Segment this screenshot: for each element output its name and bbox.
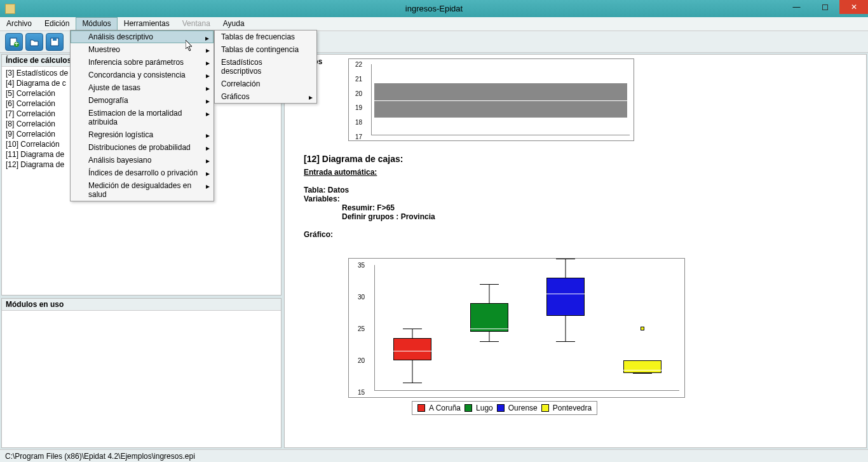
box-group	[461, 265, 518, 392]
chevron-right-icon: ▸	[206, 156, 210, 165]
ytick: 35	[358, 262, 365, 269]
ytick: 19	[355, 104, 631, 111]
menu-herramientas[interactable]: Herramientas	[118, 17, 176, 31]
top-bar-chart: 171819202122	[348, 58, 634, 141]
legend-swatch	[497, 404, 505, 412]
document-body: [12] Diagrama de cajas: Entrada automáti…	[304, 150, 847, 239]
analisis-submenu: Tablas de frecuenciasTablas de contingen…	[214, 30, 317, 104]
ytick: 20	[355, 90, 631, 97]
menu-edición[interactable]: Edición	[38, 17, 76, 31]
document-panel[interactable]: dos 171819202122 [12] Diagrama de cajas:…	[284, 54, 867, 448]
new-icon: +	[9, 37, 19, 47]
ytick: 15	[358, 389, 365, 396]
box-plot-chart: 1520253035	[348, 258, 685, 398]
variables-label: Variables:	[304, 194, 847, 203]
grupos-value: Provincia	[401, 212, 435, 221]
submenu-item[interactable]: Gráficos▸	[215, 90, 316, 103]
chevron-right-icon: ▸	[206, 182, 210, 191]
maximize-icon	[822, 4, 828, 10]
submenu-item[interactable]: Tablas de contingencia	[215, 43, 316, 56]
modules-item[interactable]: Regresión logística▸	[71, 128, 214, 141]
chevron-right-icon: ▸	[206, 131, 210, 140]
ytick: 30	[358, 294, 365, 301]
open-button[interactable]	[25, 33, 43, 51]
modules-panel: Módulos en uso	[1, 298, 281, 448]
modules-panel-header: Módulos en uso	[2, 299, 281, 311]
box-group	[384, 265, 441, 392]
minimize-button[interactable]: —	[782, 0, 811, 14]
chevron-right-icon: ▸	[206, 84, 210, 93]
resumir-row: Resumir: F>65	[304, 203, 847, 212]
modules-dropdown: Análisis descriptivo▸Muestreo▸Inferencia…	[70, 30, 214, 201]
chevron-right-icon: ▸	[206, 169, 210, 178]
modules-item[interactable]: Inferencia sobre parámetros▸	[71, 56, 214, 69]
svg-text:+: +	[14, 39, 18, 47]
box-plot-legend: A CoruñaLugoOurensePontevedra	[412, 401, 597, 415]
chevron-right-icon: ▸	[206, 109, 210, 118]
legend-swatch	[541, 404, 549, 412]
window-controls: — ✕	[782, 0, 868, 14]
status-path: C:\Program Files (x86)\Epidat 4.2\Ejempl…	[5, 452, 195, 461]
box-plot-area	[374, 265, 679, 391]
chevron-right-icon: ▸	[206, 97, 210, 105]
tabla-label: Tabla:	[304, 186, 325, 194]
app-icon	[5, 4, 15, 14]
legend-swatch	[417, 404, 425, 412]
menu-ayuda[interactable]: Ayuda	[217, 17, 251, 31]
ytick: 21	[355, 75, 631, 82]
legend-swatch	[465, 404, 472, 412]
modules-item[interactable]: Análisis descriptivo▸	[71, 31, 214, 43]
tabla-value: Datos	[328, 186, 349, 194]
legend-label: Pontevedra	[553, 404, 592, 412]
ytick: 22	[355, 61, 631, 68]
chevron-right-icon: ▸	[309, 93, 313, 102]
modules-item[interactable]: Medición de desigualdades en salud▸	[71, 179, 214, 201]
legend-label: Ourense	[508, 404, 538, 412]
modules-item[interactable]: Índices de desarrollo o privación▸	[71, 166, 214, 179]
grupos-row: Definir grupos : Provincia	[304, 212, 847, 221]
modules-item[interactable]: Análisis bayesiano▸	[71, 154, 214, 166]
chevron-right-icon: ▸	[205, 34, 209, 43]
menu-ventana: Ventana	[176, 17, 217, 31]
submenu-item[interactable]: Estadísticos descriptivos	[215, 56, 316, 78]
menu-módulos[interactable]: Módulos	[76, 17, 117, 31]
chevron-right-icon: ▸	[206, 58, 210, 67]
resumir-label: Resumir:	[342, 203, 375, 212]
section-title: [12] Diagrama de cajas:	[304, 154, 847, 164]
menu-bar: ArchivoEdiciónMódulosHerramientasVentana…	[0, 17, 868, 31]
modules-item[interactable]: Demografía▸	[71, 94, 214, 107]
open-folder-icon	[29, 37, 39, 47]
entry-label: Entrada automática:	[304, 168, 847, 177]
tabla-row: Tabla: Datos	[304, 186, 847, 194]
modules-item[interactable]: Concordancia y consistencia▸	[71, 69, 214, 81]
title-bar: ingresos-Epidat — ✕	[0, 0, 868, 17]
close-icon: ✕	[851, 3, 857, 11]
maximize-button[interactable]	[811, 0, 839, 14]
box-group	[614, 265, 671, 392]
minimize-icon: —	[793, 3, 801, 11]
status-bar: C:\Program Files (x86)\Epidat 4.2\Ejempl…	[0, 449, 868, 462]
save-button[interactable]	[46, 33, 64, 51]
submenu-item[interactable]: Correlación	[215, 78, 316, 90]
right-column: dos 171819202122 [12] Diagrama de cajas:…	[283, 53, 868, 449]
save-icon	[50, 37, 60, 47]
legend-label: A Coruña	[429, 404, 461, 412]
ytick: 25	[358, 325, 365, 332]
submenu-item[interactable]: Tablas de frecuencias	[215, 31, 316, 43]
ytick: 20	[358, 357, 365, 364]
menu-archivo[interactable]: Archivo	[0, 17, 38, 31]
chevron-right-icon: ▸	[206, 71, 210, 80]
modules-item[interactable]: Muestreo▸	[71, 43, 214, 56]
modules-item[interactable]: Distribuciones de probabilidad▸	[71, 141, 214, 154]
svg-rect-4	[53, 38, 57, 41]
modules-item[interactable]: Ajuste de tasas▸	[71, 81, 214, 94]
legend-label: Lugo	[476, 404, 493, 412]
window-title: ingresos-Epidat	[405, 4, 463, 13]
ytick: 17	[355, 133, 631, 140]
grupos-label: Definir grupos :	[342, 212, 398, 221]
new-button[interactable]: +	[5, 33, 23, 51]
modules-item[interactable]: Estimacion de la mortalidad atribuida▸	[71, 107, 214, 128]
box-group	[537, 265, 594, 392]
chevron-right-icon: ▸	[206, 144, 210, 153]
close-button[interactable]: ✕	[839, 0, 868, 14]
